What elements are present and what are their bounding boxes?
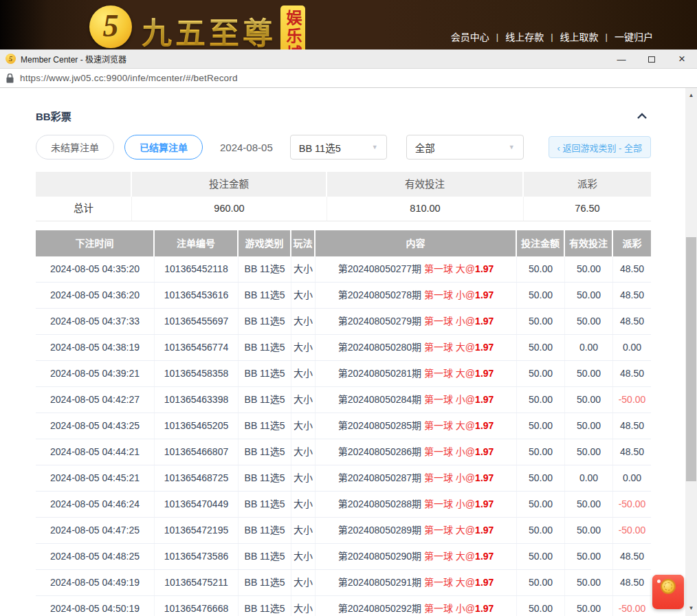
- payout: 48.50: [613, 413, 651, 439]
- valid-bet: 50.00: [565, 439, 613, 465]
- play-type: 大小: [291, 465, 316, 491]
- gold-coin-icon: [661, 579, 676, 594]
- table-row: 2024-08-05 04:38:19 101365456774 BB 11选5…: [36, 335, 651, 361]
- scrollbar-thumb[interactable]: [686, 237, 696, 481]
- scroll-up-icon[interactable]: ▲: [685, 89, 697, 100]
- bet-content: 第202408050284期 第一球 小@1.97: [316, 387, 517, 412]
- summary-header-payout: 派彩: [524, 172, 651, 197]
- play-type: 大小: [291, 335, 316, 360]
- chevron-down-icon: ▼: [509, 144, 515, 151]
- odds-value: 1.97: [475, 498, 494, 509]
- odds-value: 1.97: [475, 472, 494, 483]
- summary-header-valid-bet: 有效投注: [327, 172, 524, 197]
- site-logo[interactable]: 5 九五至尊 娱乐城: [89, 3, 305, 50]
- scroll-down-icon[interactable]: ▼: [685, 602, 697, 613]
- game-category: BB 11选5: [239, 309, 291, 334]
- table-header-row: 下注时间 注单编号 游戏类别 玩法 内容 投注金额 有效投注 派彩: [36, 230, 651, 256]
- period-text: 第202408050285期: [338, 420, 424, 431]
- bet-content: 第202408050281期 第一球 大@1.97: [316, 361, 517, 386]
- minimize-button[interactable]: —: [606, 50, 637, 69]
- bet-content: 第202408050278期 第一球 小@1.97: [316, 283, 517, 308]
- browser-urlbar[interactable]: https://www.jw05.cc:9900/infe/mcenter/#/…: [0, 69, 697, 88]
- type-select[interactable]: 全部 ▼: [406, 135, 524, 160]
- bet-content: 第202408050290期 第一球 大@1.97: [316, 544, 517, 569]
- game-category: BB 11选5: [239, 283, 291, 308]
- bet-amount: 50.00: [517, 465, 565, 491]
- valid-bet: 0.00: [565, 335, 613, 360]
- summary-total-label: 总计: [36, 197, 132, 221]
- game-category: BB 11选5: [239, 596, 291, 616]
- bet-amount: 50.00: [517, 596, 565, 616]
- bet-id: 101365476668: [155, 596, 239, 616]
- pick-text: 第一球 大@: [424, 551, 475, 562]
- play-type: 大小: [291, 309, 316, 334]
- payout: 48.50: [613, 439, 651, 465]
- game-category: BB 11选5: [239, 256, 291, 282]
- col-valid-bet: 有效投注: [565, 230, 613, 256]
- valid-bet: 50.00: [565, 518, 613, 543]
- odds-value: 1.97: [475, 394, 494, 405]
- pick-text: 第一球 小@: [424, 316, 475, 327]
- bet-content: 第202408050279期 第一球 小@1.97: [316, 309, 517, 334]
- nav-withdraw[interactable]: 线上取款: [560, 30, 599, 43]
- unsettled-bets-button[interactable]: 未结算注单: [36, 135, 114, 160]
- payout: 48.50: [613, 309, 651, 334]
- col-game-category: 游戏类别: [239, 230, 291, 256]
- odds-value: 1.97: [475, 316, 494, 327]
- valid-bet: 50.00: [565, 361, 613, 386]
- play-type: 大小: [291, 413, 316, 439]
- scrollbar[interactable]: ▲ ▼: [685, 88, 697, 616]
- maximize-button[interactable]: [637, 50, 667, 69]
- period-text: 第202408050279期: [338, 316, 424, 327]
- payout: 48.50: [613, 544, 651, 569]
- logo-5-icon: 5: [89, 6, 132, 48]
- bet-amount: 50.00: [517, 361, 565, 386]
- bet-time: 2024-08-05 04:48:25: [36, 544, 155, 569]
- window-title: Member Center - 极速浏览器: [21, 53, 126, 65]
- bet-time: 2024-08-05 04:50:19: [36, 596, 155, 616]
- odds-value: 1.97: [475, 551, 494, 562]
- bet-id: 101365458358: [155, 361, 239, 386]
- collapse-chevron-up-icon[interactable]: [633, 109, 651, 123]
- table-row: 2024-08-05 04:37:33 101365455697 BB 11选5…: [36, 309, 651, 335]
- table-row: 2024-08-05 04:36:20 101365453616 BB 11选5…: [36, 283, 651, 309]
- period-text: 第202408050292期: [338, 603, 424, 614]
- table-row: 2024-08-05 04:42:27 101365463398 BB 11选5…: [36, 387, 651, 413]
- play-type: 大小: [291, 283, 316, 308]
- game-category: BB 11选5: [239, 361, 291, 386]
- nav-member-center[interactable]: 会员中心: [451, 30, 489, 43]
- date-filter[interactable]: 2024-08-05: [220, 142, 273, 153]
- bet-amount: 50.00: [517, 256, 565, 282]
- type-select-value: 全部: [415, 140, 435, 155]
- table-row: 2024-08-05 04:35:20 101365452118 BB 11选5…: [36, 256, 651, 283]
- period-text: 第202408050290期: [338, 551, 424, 562]
- play-type: 大小: [291, 544, 316, 569]
- col-bet-id: 注单编号: [155, 230, 239, 256]
- nav-deposit[interactable]: 线上存款: [505, 30, 544, 43]
- col-bet-time: 下注时间: [36, 230, 155, 256]
- back-to-category-button[interactable]: ‹ 返回游戏类别 - 全部: [549, 136, 652, 158]
- table-row: 2024-08-05 04:39:21 101365458358 BB 11选5…: [36, 361, 651, 387]
- play-type: 大小: [291, 492, 316, 517]
- banner-nav: 会员中心 | 线上存款 | 线上取款 | 一键归户: [451, 30, 653, 43]
- col-content: 内容: [316, 230, 517, 256]
- period-text: 第202408050289期: [338, 525, 424, 536]
- valid-bet: 50.00: [565, 596, 613, 616]
- summary-payout: 76.50: [524, 197, 651, 221]
- bet-id: 101365465205: [155, 413, 239, 439]
- url-text[interactable]: https://www.jw05.cc:9900/infe/mcenter/#/…: [20, 73, 238, 83]
- bet-id: 101365470449: [155, 492, 239, 517]
- bet-content: 第202408050277期 第一球 大@1.97: [316, 256, 517, 282]
- odds-value: 1.97: [475, 263, 494, 274]
- nav-one-key-transfer[interactable]: 一键归户: [615, 30, 653, 43]
- red-envelope-promo-icon[interactable]: [652, 575, 684, 609]
- settled-bets-button[interactable]: 已结算注单: [124, 135, 203, 160]
- game-select[interactable]: BB 11选5 ▼: [290, 135, 387, 160]
- valid-bet: 50.00: [565, 413, 613, 439]
- table-body: 2024-08-05 04:35:20 101365452118 BB 11选5…: [36, 256, 651, 616]
- payout: -50.00: [613, 518, 651, 543]
- pick-text: 第一球 大@: [424, 342, 475, 353]
- site-banner: 5 九五至尊 娱乐城 会员中心 | 线上存款 | 线上取款 | 一键归户: [0, 0, 697, 50]
- close-button[interactable]: ×: [667, 50, 697, 69]
- maximize-icon: [648, 56, 655, 63]
